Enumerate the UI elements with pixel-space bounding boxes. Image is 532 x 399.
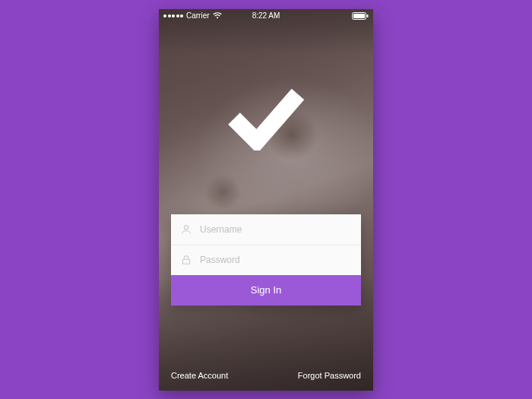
lock-icon [180,254,192,266]
create-account-link[interactable]: Create Account [171,371,228,380]
password-field[interactable] [171,245,361,275]
footer-links: Create Account Forgot Password [171,371,361,380]
checkmark-icon [228,85,304,150]
svg-rect-4 [182,259,189,264]
app-logo [228,85,304,154]
username-field[interactable] [171,214,361,245]
phone-login-screen: Carrier 8:22 AM [159,9,373,391]
username-input[interactable] [200,224,352,235]
password-input[interactable] [200,255,352,265]
status-bar: Carrier 8:22 AM [159,9,373,23]
sign-in-button[interactable]: Sign In [171,275,361,306]
user-icon [180,223,192,236]
forgot-password-link[interactable]: Forgot Password [298,371,361,380]
status-time: 8:22 AM [159,11,373,20]
svg-point-3 [184,225,188,229]
login-card: Sign In [171,214,361,306]
